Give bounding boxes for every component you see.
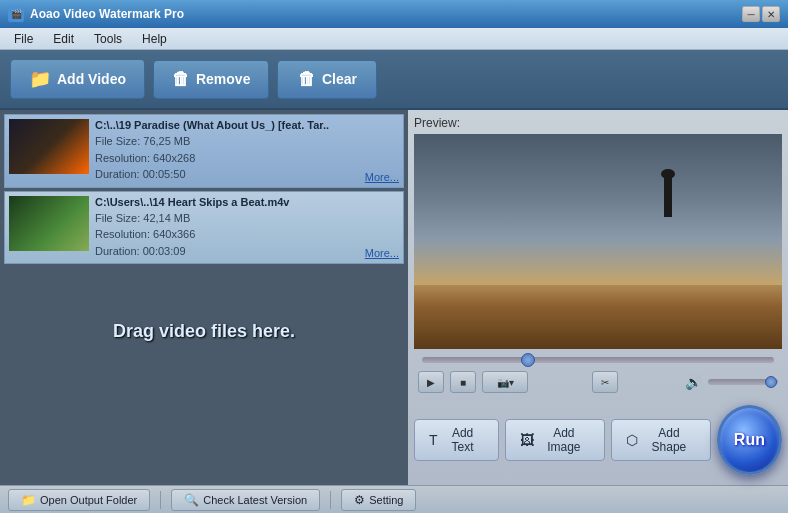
- add-video-icon: 📁: [29, 68, 51, 90]
- app-icon: 🎬: [8, 6, 24, 22]
- toolbar: 📁 Add Video 🗑 Remove 🗑 Clear: [0, 50, 788, 110]
- video-thumbnail: [9, 196, 89, 251]
- remove-button[interactable]: 🗑 Remove: [153, 60, 269, 99]
- setting-label: Setting: [369, 494, 403, 506]
- scissors-button[interactable]: ✂: [592, 371, 618, 393]
- add-shape-button[interactable]: ⬡ Add Shape: [611, 419, 711, 461]
- add-shape-icon: ⬡: [626, 432, 638, 448]
- scene-figure: [664, 177, 672, 217]
- video-filename: C:\..\19 Paradise (What About Us_) [feat…: [95, 119, 359, 131]
- check-version-label: Check Latest Version: [203, 494, 307, 506]
- right-panel: Preview: ▶ ■ 📷▾ ✂ 🔊: [408, 110, 788, 485]
- run-label: Run: [734, 431, 765, 449]
- video-info: C:\..\19 Paradise (What About Us_) [feat…: [95, 119, 359, 183]
- clear-button[interactable]: 🗑 Clear: [277, 60, 377, 99]
- check-icon: 🔍: [184, 493, 199, 507]
- close-button[interactable]: ✕: [762, 6, 780, 22]
- add-video-button[interactable]: 📁 Add Video: [10, 59, 145, 99]
- snapshot-button[interactable]: 📷▾: [482, 371, 528, 393]
- seek-thumb[interactable]: [521, 353, 535, 367]
- play-button[interactable]: ▶: [418, 371, 444, 393]
- add-shape-label: Add Shape: [642, 426, 696, 454]
- video-filesize: File Size: 76,25 MB: [95, 133, 359, 150]
- add-image-label: Add Image: [538, 426, 590, 454]
- video-thumbnail: [9, 119, 89, 174]
- status-separator-2: [330, 491, 331, 509]
- video-item[interactable]: C:\..\19 Paradise (What About Us_) [feat…: [4, 114, 404, 188]
- add-text-icon: T: [429, 432, 438, 448]
- minimize-button[interactable]: ─: [742, 6, 760, 22]
- action-buttons-area: T Add Text 🖼 Add Image ⬡ Add Shape Run: [414, 401, 782, 479]
- window-controls: ─ ✕: [742, 6, 780, 22]
- volume-icon: 🔊: [685, 374, 702, 390]
- drag-area[interactable]: Drag video files here.: [0, 271, 408, 391]
- stop-button[interactable]: ■: [450, 371, 476, 393]
- gear-icon: ⚙: [354, 493, 365, 507]
- video-list: C:\..\19 Paradise (What About Us_) [feat…: [0, 110, 408, 271]
- add-text-button[interactable]: T Add Text: [414, 419, 499, 461]
- controls-area: ▶ ■ 📷▾ ✂ 🔊: [414, 369, 782, 395]
- main-area: C:\..\19 Paradise (What About Us_) [feat…: [0, 110, 788, 485]
- menu-tools[interactable]: Tools: [84, 30, 132, 48]
- drag-text: Drag video files here.: [113, 321, 295, 342]
- titlebar: 🎬 Aoao Video Watermark Pro ─ ✕: [0, 0, 788, 28]
- video-scene: [414, 134, 782, 349]
- menu-file[interactable]: File: [4, 30, 43, 48]
- volume-thumb[interactable]: [765, 376, 777, 388]
- setting-button[interactable]: ⚙ Setting: [341, 489, 416, 511]
- run-button[interactable]: Run: [717, 405, 782, 475]
- video-filesize: File Size: 42,14 MB: [95, 210, 359, 227]
- open-output-button[interactable]: 📁 Open Output Folder: [8, 489, 150, 511]
- video-duration: Duration: 00:03:09: [95, 243, 359, 260]
- thumb-image-1: [9, 119, 89, 174]
- clear-label: Clear: [322, 71, 357, 87]
- add-video-label: Add Video: [57, 71, 126, 87]
- clear-icon: 🗑: [298, 69, 316, 90]
- remove-icon: 🗑: [172, 69, 190, 90]
- video-resolution: Resolution: 640x268: [95, 150, 359, 167]
- preview-label: Preview:: [414, 116, 782, 130]
- video-more-link[interactable]: More...: [365, 171, 399, 183]
- statusbar: 📁 Open Output Folder 🔍 Check Latest Vers…: [0, 485, 788, 513]
- seekbar-area: [414, 355, 782, 365]
- video-duration: Duration: 00:05:50: [95, 166, 359, 183]
- thumb-image-2: [9, 196, 89, 251]
- open-output-label: Open Output Folder: [40, 494, 137, 506]
- app-title: Aoao Video Watermark Pro: [30, 7, 184, 21]
- add-text-label: Add Text: [442, 426, 484, 454]
- video-item[interactable]: C:\Users\..\14 Heart Skips a Beat.m4v Fi…: [4, 191, 404, 265]
- video-filename: C:\Users\..\14 Heart Skips a Beat.m4v: [95, 196, 359, 208]
- add-image-icon: 🖼: [520, 432, 534, 448]
- menu-edit[interactable]: Edit: [43, 30, 84, 48]
- preview-video: [414, 134, 782, 349]
- folder-icon: 📁: [21, 493, 36, 507]
- status-separator: [160, 491, 161, 509]
- video-more-link[interactable]: More...: [365, 247, 399, 259]
- volume-slider[interactable]: [708, 379, 778, 385]
- video-resolution: Resolution: 640x366: [95, 226, 359, 243]
- menu-help[interactable]: Help: [132, 30, 177, 48]
- remove-label: Remove: [196, 71, 250, 87]
- video-info: C:\Users\..\14 Heart Skips a Beat.m4v Fi…: [95, 196, 359, 260]
- add-image-button[interactable]: 🖼 Add Image: [505, 419, 605, 461]
- left-panel: C:\..\19 Paradise (What About Us_) [feat…: [0, 110, 408, 485]
- menubar: File Edit Tools Help: [0, 28, 788, 50]
- seekbar[interactable]: [422, 357, 774, 363]
- check-version-button[interactable]: 🔍 Check Latest Version: [171, 489, 320, 511]
